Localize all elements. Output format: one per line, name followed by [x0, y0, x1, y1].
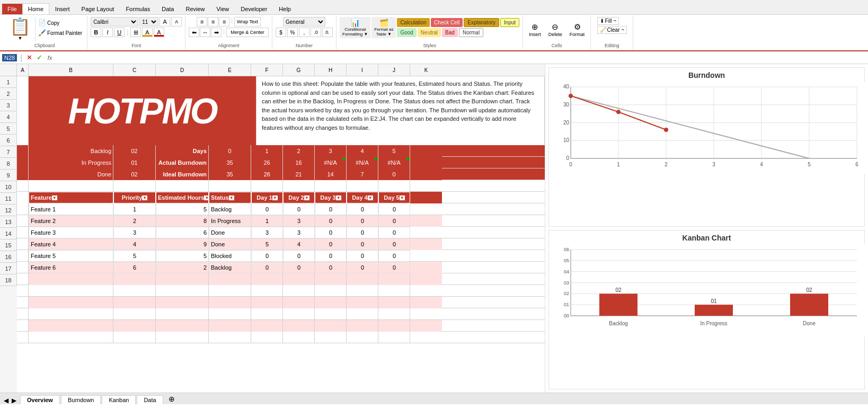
cell-E11[interactable]: Blocked [209, 250, 251, 262]
col-header-J[interactable]: J [378, 64, 410, 76]
font-color-button[interactable]: A [154, 28, 164, 37]
cell-A13[interactable] [17, 273, 29, 285]
cell-G4[interactable]: 21 [283, 168, 315, 180]
border-button[interactable]: ⊞ [130, 28, 141, 37]
col-header-D[interactable]: D [156, 64, 209, 76]
cell-A17[interactable] [17, 320, 29, 332]
row-num-8[interactable]: 8 [0, 158, 17, 170]
cell-J9[interactable]: 0 [378, 227, 410, 238]
cell-K5[interactable] [410, 180, 442, 192]
cell-J2[interactable]: 5 [378, 145, 410, 157]
cell-A16[interactable] [17, 308, 29, 320]
tab-developer[interactable]: Developer [235, 3, 273, 14]
row-num-5[interactable]: 5 [0, 123, 17, 135]
add-sheet-button[interactable]: ⊕ [164, 394, 179, 404]
cell-B14[interactable] [29, 285, 113, 297]
cell-H13[interactable] [315, 273, 347, 285]
cell-A10[interactable] [17, 238, 29, 250]
cell-A1[interactable] [17, 76, 29, 145]
cell-D17[interactable] [156, 320, 209, 332]
cell-K14[interactable] [410, 285, 442, 297]
cell-A9[interactable] [17, 227, 29, 238]
percent-button[interactable]: % [287, 28, 298, 37]
col-header-B[interactable]: B [29, 64, 113, 76]
cell-H17[interactable] [315, 320, 347, 332]
cell-J8[interactable]: 0 [378, 215, 410, 227]
font-name-select[interactable]: Calibri [91, 17, 138, 26]
cell-G15[interactable] [283, 297, 315, 308]
calculation-style-button[interactable]: Calculation [397, 18, 429, 27]
col-header-F[interactable]: F [251, 64, 283, 76]
cell-F16[interactable] [251, 308, 283, 320]
cell-F14[interactable] [251, 285, 283, 297]
cell-E10[interactable]: Done [209, 238, 251, 250]
cell-A12[interactable] [17, 262, 29, 273]
cell-K4[interactable] [410, 168, 442, 180]
left-align-button[interactable]: ⬅ [189, 28, 199, 37]
cell-A11[interactable] [17, 250, 29, 262]
row-num-16[interactable]: 16 [0, 251, 17, 263]
cell-B5[interactable] [29, 180, 113, 192]
cell-E6-status-header[interactable]: Status ▼ [209, 192, 251, 203]
cell-A6[interactable] [17, 192, 29, 203]
cell-F10[interactable]: 5 [251, 238, 283, 250]
format-cells-button[interactable]: ⚙ Format [567, 21, 588, 38]
cell-H16[interactable] [315, 308, 347, 320]
wrap-text-button[interactable]: Wrap Text [234, 17, 261, 26]
cell-C6-priority-header[interactable]: Priority ▼ [113, 192, 156, 203]
cell-J6-day5-header[interactable]: Day 5 ▼ [378, 192, 410, 203]
cell-C12[interactable]: 6 [113, 262, 156, 273]
cell-J14[interactable] [378, 285, 410, 297]
cell-C15[interactable] [113, 297, 156, 308]
tab-insert[interactable]: Insert [49, 3, 76, 14]
cell-I13[interactable] [347, 273, 378, 285]
cell-C18[interactable] [113, 332, 156, 343]
cell-D12[interactable]: 2 [156, 262, 209, 273]
cell-C4[interactable]: 02 [113, 168, 156, 180]
cell-A2[interactable] [17, 145, 29, 157]
function-wizard-button[interactable]: fx [46, 55, 55, 61]
row-num-2[interactable]: 2 [0, 88, 17, 100]
cell-I15[interactable] [347, 297, 378, 308]
bad-style-button[interactable]: Bad [442, 28, 458, 37]
cell-G9[interactable]: 3 [283, 227, 315, 238]
cell-D10[interactable]: 9 [156, 238, 209, 250]
explanatory-style-button[interactable]: Explanatory [464, 18, 499, 27]
cell-K7[interactable] [410, 203, 442, 215]
fill-color-button[interactable]: A [142, 28, 153, 37]
cell-D6-esth-header[interactable]: Estimated Hours ▼ [156, 192, 209, 203]
bottom-align-button[interactable]: ≡ [219, 17, 229, 26]
middle-align-button[interactable]: ≡ [208, 17, 218, 26]
cell-D7[interactable]: 5 [156, 203, 209, 215]
row-num-14[interactable]: 14 [0, 228, 17, 239]
nav-left-button[interactable]: ◀ [2, 397, 10, 404]
paste-button[interactable]: 📋 [10, 18, 31, 35]
cell-H5[interactable] [315, 180, 347, 192]
cell-E17[interactable] [209, 320, 251, 332]
cell-F11[interactable]: 0 [251, 250, 283, 262]
cell-B6-feature-header[interactable]: Feature ▼ [29, 192, 113, 203]
row-num-1[interactable]: 1 [0, 76, 17, 88]
cell-H10[interactable]: 0 [315, 238, 347, 250]
cell-E14[interactable] [209, 285, 251, 297]
cell-H11[interactable]: 0 [315, 250, 347, 262]
cell-F18[interactable] [251, 332, 283, 343]
cell-A8[interactable] [17, 215, 29, 227]
cell-J7[interactable]: 0 [378, 203, 410, 215]
cell-I4[interactable]: 7 [347, 168, 378, 180]
cell-E18[interactable] [209, 332, 251, 343]
top-align-button[interactable]: ≡ [197, 17, 207, 26]
cell-I11[interactable]: 0 [347, 250, 378, 262]
cell-K6[interactable] [410, 192, 442, 203]
sheet-tab-kanban[interactable]: Kanban [102, 395, 136, 404]
tab-file[interactable]: File [2, 4, 22, 14]
cell-J15[interactable] [378, 297, 410, 308]
cell-H6-day3-header[interactable]: Day 3 ▼ [315, 192, 347, 203]
cell-D11[interactable]: 5 [156, 250, 209, 262]
cell-J12[interactable]: 0 [378, 262, 410, 273]
cell-I6-day4-header[interactable]: Day 4 ▼ [347, 192, 378, 203]
cancel-formula-button[interactable]: ✕ [25, 54, 33, 61]
cell-K17[interactable] [410, 320, 442, 332]
cell-B2[interactable]: Backlog [29, 145, 113, 157]
cell-A18[interactable] [17, 332, 29, 343]
